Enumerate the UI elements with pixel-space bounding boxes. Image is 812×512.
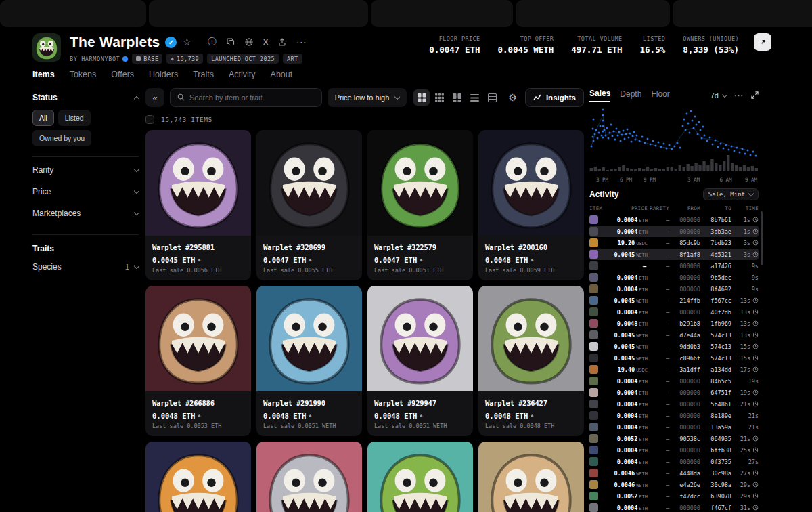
view-table-icon[interactable] [484,89,500,106]
activity-from-address[interactable]: 000000 [669,228,700,235]
activity-row[interactable]: 0.0045WETH — 8f1af8 4d5321 3s [589,249,759,260]
search-box[interactable] [170,88,322,107]
chart-tab-floor[interactable]: Floor [651,89,669,102]
search-input[interactable] [189,93,315,102]
item-thumbnail[interactable] [589,215,598,224]
activity-to-address[interactable]: 0f3735 [700,458,731,465]
open-external-button[interactable] [754,33,771,51]
chart-tab-sales[interactable]: Sales [589,89,610,102]
activity-to-address[interactable]: f467cf [700,505,731,511]
nft-image[interactable] [256,442,362,512]
item-thumbnail[interactable] [589,377,598,385]
activity-from-address[interactable]: 000000 [669,458,700,465]
nft-image[interactable] [145,286,251,391]
sort-select[interactable]: Price low to high [328,88,407,107]
activity-from-address[interactable]: 9dd0b3 [669,343,700,350]
activity-row[interactable]: 0.0045WETH — d7e44a 574c13 13s [589,329,759,341]
filter-status-header[interactable]: Status [32,88,139,110]
activity-to-address[interactable]: 30c98a [700,482,731,488]
tab-holders[interactable]: Holders [149,70,178,79]
activity-from-address[interactable]: 000000 [669,424,700,431]
sales-chart[interactable]: 3 PM6 PM9 PM3 AM6 AM9 AM [589,106,759,184]
nft-card[interactable] [256,442,362,512]
activity-row[interactable]: 0.0004ETH — 000000 8465c5 19s [589,375,759,387]
activity-from-address[interactable]: c8966f [669,355,700,362]
status-pill-listed[interactable]: Listed [58,110,91,126]
activity-to-address[interactable]: 8465c5 [700,378,731,385]
nft-card[interactable]: Warplet #328699 0.0047 ETH◆ Last sale 0.… [256,130,362,280]
item-thumbnail[interactable] [589,354,598,362]
activity-row[interactable]: 0.0046WETH — 4448da 30c98a 27s [589,467,759,479]
nft-card[interactable]: Warplet #322579 0.0047 ETH◆ Last sale 0.… [367,130,473,280]
activity-row[interactable]: 19.40USDC — 3a1dff a134dd 17s [589,364,759,375]
item-thumbnail[interactable] [589,227,598,236]
activity-from-address[interactable]: 000000 [669,263,700,270]
x-twitter-icon[interactable]: X [263,38,268,46]
activity-to-address[interactable]: 064935 [700,435,731,442]
creator-label[interactable]: BY HARMONYBOT [70,56,128,62]
activity-to-address[interactable]: 574c13 [700,343,731,350]
trait-group-species[interactable]: Species1 [32,261,139,278]
info-icon[interactable]: ⓘ [208,36,217,48]
item-thumbnail[interactable] [589,446,598,454]
activity-to-address[interactable]: 3db3ae [700,228,731,235]
nft-image[interactable] [256,286,362,391]
tab-items[interactable]: Items [32,70,55,79]
activity-from-address[interactable]: 000000 [669,389,700,396]
activity-from-address[interactable]: 000000 [669,378,700,385]
insights-button[interactable]: Insights [525,88,584,107]
item-thumbnail[interactable] [589,457,598,466]
share-icon[interactable] [278,38,286,46]
item-thumbnail[interactable] [589,319,598,328]
more-options-icon[interactable]: ··· [296,37,307,47]
copy-icon[interactable] [227,38,235,46]
activity-from-address[interactable]: 000000 [669,309,700,316]
activity-row[interactable]: 0.0052ETH — 90538c 064935 21s [589,433,759,444]
nft-image[interactable] [478,286,584,391]
activity-row[interactable]: 0.0046WETH — e4a26e 30c98a 29s [589,479,759,490]
activity-filter-select[interactable]: Sale, Mint [703,188,759,200]
activity-row[interactable]: 0.0004ETH — 000000 9b5dec 9s [589,272,759,283]
select-all-checkbox[interactable] [145,115,154,124]
nft-card[interactable] [478,442,584,512]
item-thumbnail[interactable] [589,434,598,443]
banner-image[interactable] [371,0,513,27]
item-thumbnail[interactable] [589,284,598,293]
activity-from-address[interactable]: 000000 [669,286,700,293]
nft-image[interactable] [478,442,584,512]
item-thumbnail[interactable] [589,330,598,339]
item-thumbnail[interactable] [589,296,598,305]
item-thumbnail[interactable] [589,423,598,431]
expand-chart-icon[interactable] [751,91,759,100]
activity-row[interactable]: 0.0004ETH — 000000 8f4692 9s [589,283,759,295]
nft-card[interactable]: Warplet #236427 0.0048 ETH◆ Last sale 0.… [478,286,584,436]
nft-image[interactable] [145,442,251,512]
activity-row[interactable]: 0.0048ETH — b291b8 1fb969 13s [589,318,759,329]
activity-from-address[interactable]: 8f1af8 [669,251,700,258]
activity-to-address[interactable]: bffb38 [700,447,731,454]
activity-to-address[interactable]: f567cc [700,297,731,304]
featured-banner[interactable] [0,0,812,27]
activity-to-address[interactable]: a17426 [700,263,731,270]
activity-from-address[interactable]: b291b8 [669,320,700,327]
collection-avatar[interactable] [32,33,61,62]
activity-to-address[interactable]: 1fb969 [700,320,731,327]
nft-card[interactable]: Warplet #200160 0.0048 ETH◆ Last sale 0.… [478,130,584,280]
item-thumbnail[interactable] [589,261,598,270]
activity-from-address[interactable]: 000000 [669,412,700,419]
nft-image[interactable] [367,130,473,236]
nft-card[interactable]: Warplet #295881 0.0045 ETH◆ Last sale 0.… [145,130,251,280]
item-thumbnail[interactable] [589,480,598,489]
activity-row[interactable]: 19.20USDC — 85dc9b 7bdb23 3s [589,237,759,249]
chart-tab-depth[interactable]: Depth [620,89,641,102]
collapse-filters-button[interactable]: « [145,88,164,107]
activity-row[interactable]: 0.0052ETH — f47dcc b39078 29s [589,490,759,502]
activity-to-address[interactable]: a134dd [700,366,731,373]
tab-about[interactable]: About [271,70,293,79]
activity-from-address[interactable]: 214ffb [669,297,700,304]
nft-card[interactable]: Warplet #929947 0.0048 ETH◆ Last sale 0.… [367,286,473,436]
activity-from-address[interactable]: d7e44a [669,332,700,339]
activity-to-address[interactable]: 7bdb23 [700,240,731,247]
activity-from-address[interactable]: 000000 [669,274,700,281]
activity-to-address[interactable]: b39078 [700,493,731,500]
